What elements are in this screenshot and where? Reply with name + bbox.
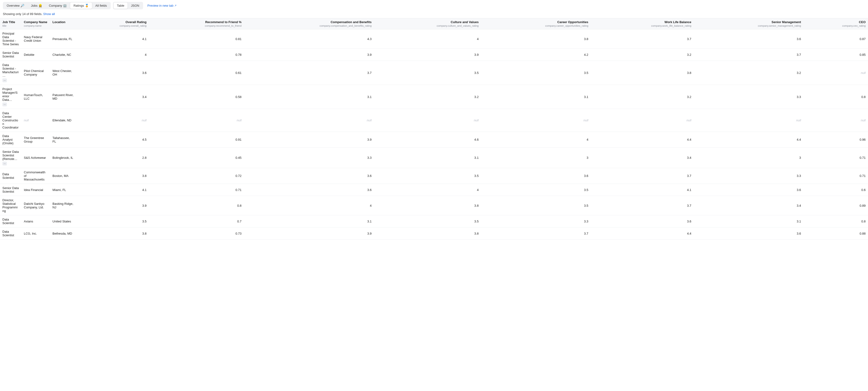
cell-location: Pensacola, FL [50, 29, 76, 48]
cell-location: Tallahassee, FL [50, 132, 76, 148]
cell-value: 4 [244, 196, 374, 215]
table-row[interactable]: Senior Data ScientistIdea FinancialMiami… [0, 184, 868, 196]
expand-icon[interactable]: ··· [2, 162, 7, 165]
cell-value: 3.9 [244, 48, 374, 61]
cell-job-title: Project Manager/Senior Data…··· [0, 85, 22, 109]
cell-value: 0.8 [803, 85, 868, 109]
cell-value: 3.5 [481, 61, 591, 85]
tab-jobs[interactable]: Jobs 👷‍♀️ [28, 2, 45, 9]
cell-value: null [374, 109, 481, 132]
col-header-title[interactable]: Job Titletitle [0, 19, 22, 29]
cell-value: null [244, 109, 374, 132]
tab-overview[interactable]: Overview 🔎 [3, 2, 28, 9]
preview-new-tab-link[interactable]: Preview in new tab ↗ [147, 4, 177, 7]
table-row[interactable]: Senior Data Scientist (Remote…···S&S Act… [0, 148, 868, 168]
cell-job-title: Data Analyst (Onsite) [0, 132, 22, 148]
cell-value: 4.4 [694, 132, 803, 148]
cell-value: 3.1 [244, 85, 374, 109]
cell-value: 3.4 [694, 196, 803, 215]
table-row[interactable]: Data Center Construction Coordinatornull… [0, 109, 868, 132]
expand-icon[interactable]: ··· [2, 78, 7, 82]
cell-value: 0.88 [803, 227, 868, 239]
cell-value: 3.7 [591, 196, 694, 215]
cell-value: 3.8 [76, 227, 149, 239]
cell-value: 3.5 [374, 168, 481, 184]
table-row[interactable]: Data ScientistAxiansUnited States3.50.73… [0, 215, 868, 227]
col-header-company-senior_management_rating[interactable]: Senior Managementcompany.senior_manageme… [694, 19, 803, 29]
cell-value: 0.87 [803, 29, 868, 48]
table-row[interactable]: Principal Data Scientist - Time SeriesNa… [0, 29, 868, 48]
col-header-company-career_opportunities_rating[interactable]: Career Opportunitiescompany.career_oppor… [481, 19, 591, 29]
cell-value: 3.3 [694, 168, 803, 184]
tab-table[interactable]: Table [114, 2, 128, 9]
cell-value: 3.9 [244, 227, 374, 239]
cell-company: HumanTouch, LLC [22, 85, 50, 109]
cell-value: 3.7 [591, 29, 694, 48]
table-container: Job TitletitleCompany Namecompany.nameLo… [0, 18, 868, 239]
cell-job-title: Data Scientist [0, 215, 22, 227]
col-header-company-overall_rating[interactable]: Overall Ratingcompany.overall_rating [76, 19, 149, 29]
tab-all-fields[interactable]: All fields [92, 2, 110, 9]
table-row[interactable]: Data ScientistCommonwealth of Massachuse… [0, 168, 868, 184]
cell-value: 3.6 [591, 215, 694, 227]
table-row[interactable]: Director, Statistical ProgrammingDaiichi… [0, 196, 868, 215]
cell-value: 3.2 [694, 61, 803, 85]
cell-value: 3.6 [76, 61, 149, 85]
cell-value: 3.9 [244, 132, 374, 148]
col-header-[interactable]: Location [50, 19, 76, 29]
cell-job-title: Principal Data Scientist - Time Series [0, 29, 22, 48]
cell-value: 3.6 [244, 168, 374, 184]
cell-location: Basking Ridge, NJ [50, 196, 76, 215]
cell-value: 3.5 [374, 215, 481, 227]
cell-value: 4.3 [244, 29, 374, 48]
cell-value: 3.3 [694, 85, 803, 109]
table-row[interactable]: Data Analyst (Onsite)The Greentree Group… [0, 132, 868, 148]
col-header-company-compensation_and_benefits_rating[interactable]: Compensation and Benefitscompany.compens… [244, 19, 374, 29]
col-header-company-work_life_balance_rating[interactable]: Work Life Balancecompany.work_life_balan… [591, 19, 694, 29]
cell-value: 3.4 [76, 85, 149, 109]
cell-job-title: Data Scientist - Manufacturi…··· [0, 61, 22, 85]
cell-job-title: Senior Data Scientist [0, 184, 22, 196]
cell-value: 3.7 [481, 227, 591, 239]
cell-value: 3.1 [694, 215, 803, 227]
tab-group-0: Overview 🔎Jobs 👷‍♀️Company 🏢Ratings 🏅All… [3, 2, 111, 9]
cell-job-title: Data Center Construction Coordinator [0, 109, 22, 132]
cell-job-title: Senior Data Scientist (Remote…··· [0, 148, 22, 168]
cell-value: 3.2 [591, 85, 694, 109]
cell-value: null [803, 61, 868, 85]
col-header-company-recommend_to_friend[interactable]: Recommend to Friend %company.recommend_t… [149, 19, 244, 29]
table-row[interactable]: Senior Data ScientistDeloitteCharlotte, … [0, 48, 868, 61]
cell-value: 0.89 [803, 196, 868, 215]
cell-value: 3.7 [244, 61, 374, 85]
cell-job-title: Director, Statistical Programming [0, 196, 22, 215]
table-row[interactable]: Data ScientistLCG, Inc.Bethesda, MD3.80.… [0, 227, 868, 239]
tab-json[interactable]: JSON [128, 2, 143, 9]
cell-value: 4.1 [76, 184, 149, 196]
cell-value: 0.96 [803, 132, 868, 148]
show-all-link[interactable]: Show all [43, 12, 55, 16]
cell-value: 0.72 [149, 168, 244, 184]
expand-icon[interactable]: ··· [2, 102, 7, 106]
cell-value: 4.2 [481, 48, 591, 61]
col-header-company-culture_and_values_rating[interactable]: Culture and Valuescompany.culture_and_va… [374, 19, 481, 29]
cell-value: null [803, 109, 868, 132]
field-count-info: Showing only 14 of 89 fields. Show all [0, 11, 868, 18]
col-header-company-name[interactable]: Company Namecompany.name [22, 19, 50, 29]
cell-value: 3.5 [76, 215, 149, 227]
cell-location: Bethesda, MD [50, 227, 76, 239]
cell-location: Bolingbrook, IL [50, 148, 76, 168]
cell-company: Deloitte [22, 48, 50, 61]
cell-company: Commonwealth of Massachusetts [22, 168, 50, 184]
cell-location: Charlotte, NC [50, 48, 76, 61]
cell-job-title: Data Scientist [0, 168, 22, 184]
cell-company: Idea Financial [22, 184, 50, 196]
tab-company[interactable]: Company 🏢 [45, 2, 70, 9]
cell-value: 4.4 [591, 227, 694, 239]
table-row[interactable]: Data Scientist - Manufacturi…···Pilot Ch… [0, 61, 868, 85]
cell-value: 3.3 [481, 215, 591, 227]
cell-company: S&S Activewear [22, 148, 50, 168]
cell-value: 3.6 [481, 168, 591, 184]
table-row[interactable]: Project Manager/Senior Data…···HumanTouc… [0, 85, 868, 109]
col-header-company-ceo_rating[interactable]: CEOcompany.ceo_rating [803, 19, 868, 29]
tab-ratings[interactable]: Ratings 🏅 [70, 2, 92, 9]
